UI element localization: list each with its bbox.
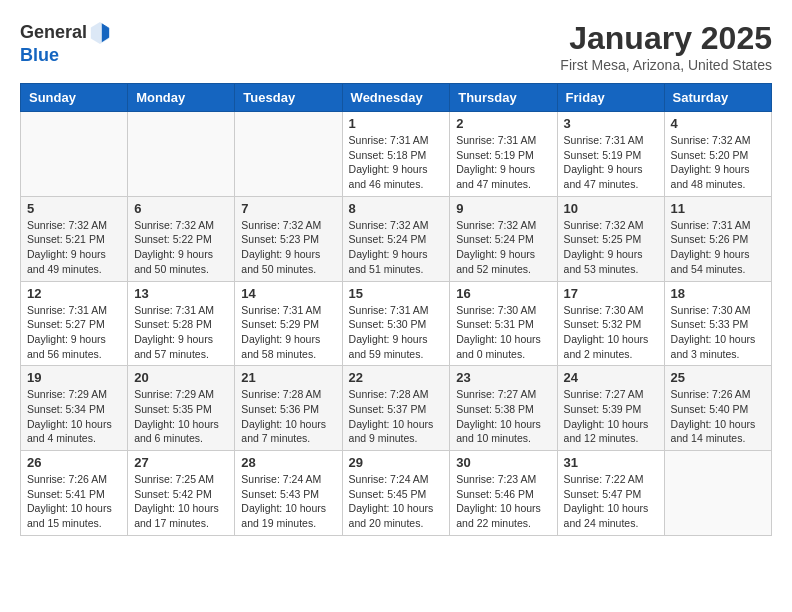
day-info: Sunrise: 7:31 AM Sunset: 5:29 PM Dayligh… [241, 303, 335, 362]
weekday-header-thursday: Thursday [450, 84, 557, 112]
calendar-day-cell: 23Sunrise: 7:27 AM Sunset: 5:38 PM Dayli… [450, 366, 557, 451]
calendar-day-cell: 22Sunrise: 7:28 AM Sunset: 5:37 PM Dayli… [342, 366, 450, 451]
weekday-header-row: SundayMondayTuesdayWednesdayThursdayFrid… [21, 84, 772, 112]
calendar-week-row: 5Sunrise: 7:32 AM Sunset: 5:21 PM Daylig… [21, 196, 772, 281]
calendar-week-row: 19Sunrise: 7:29 AM Sunset: 5:34 PM Dayli… [21, 366, 772, 451]
calendar-week-row: 12Sunrise: 7:31 AM Sunset: 5:27 PM Dayli… [21, 281, 772, 366]
day-info: Sunrise: 7:32 AM Sunset: 5:21 PM Dayligh… [27, 218, 121, 277]
calendar-day-cell: 27Sunrise: 7:25 AM Sunset: 5:42 PM Dayli… [128, 451, 235, 536]
calendar-day-cell: 15Sunrise: 7:31 AM Sunset: 5:30 PM Dayli… [342, 281, 450, 366]
day-info: Sunrise: 7:28 AM Sunset: 5:37 PM Dayligh… [349, 387, 444, 446]
day-number: 12 [27, 286, 121, 301]
day-info: Sunrise: 7:30 AM Sunset: 5:31 PM Dayligh… [456, 303, 550, 362]
day-number: 16 [456, 286, 550, 301]
day-number: 5 [27, 201, 121, 216]
calendar-day-cell: 5Sunrise: 7:32 AM Sunset: 5:21 PM Daylig… [21, 196, 128, 281]
day-info: Sunrise: 7:31 AM Sunset: 5:18 PM Dayligh… [349, 133, 444, 192]
weekday-header-friday: Friday [557, 84, 664, 112]
day-info: Sunrise: 7:31 AM Sunset: 5:26 PM Dayligh… [671, 218, 765, 277]
title-area: January 2025 First Mesa, Arizona, United… [560, 20, 772, 73]
weekday-header-tuesday: Tuesday [235, 84, 342, 112]
day-number: 15 [349, 286, 444, 301]
calendar-table: SundayMondayTuesdayWednesdayThursdayFrid… [20, 83, 772, 536]
calendar-day-cell: 9Sunrise: 7:32 AM Sunset: 5:24 PM Daylig… [450, 196, 557, 281]
calendar-day-cell: 1Sunrise: 7:31 AM Sunset: 5:18 PM Daylig… [342, 112, 450, 197]
day-info: Sunrise: 7:32 AM Sunset: 5:22 PM Dayligh… [134, 218, 228, 277]
day-number: 28 [241, 455, 335, 470]
day-info: Sunrise: 7:27 AM Sunset: 5:39 PM Dayligh… [564, 387, 658, 446]
calendar-day-cell: 21Sunrise: 7:28 AM Sunset: 5:36 PM Dayli… [235, 366, 342, 451]
calendar-day-cell: 26Sunrise: 7:26 AM Sunset: 5:41 PM Dayli… [21, 451, 128, 536]
calendar-day-cell: 8Sunrise: 7:32 AM Sunset: 5:24 PM Daylig… [342, 196, 450, 281]
calendar-day-cell: 6Sunrise: 7:32 AM Sunset: 5:22 PM Daylig… [128, 196, 235, 281]
day-number: 10 [564, 201, 658, 216]
calendar-day-cell: 19Sunrise: 7:29 AM Sunset: 5:34 PM Dayli… [21, 366, 128, 451]
calendar-week-row: 1Sunrise: 7:31 AM Sunset: 5:18 PM Daylig… [21, 112, 772, 197]
calendar-day-cell: 24Sunrise: 7:27 AM Sunset: 5:39 PM Dayli… [557, 366, 664, 451]
day-number: 11 [671, 201, 765, 216]
weekday-header-sunday: Sunday [21, 84, 128, 112]
calendar-day-cell: 16Sunrise: 7:30 AM Sunset: 5:31 PM Dayli… [450, 281, 557, 366]
day-info: Sunrise: 7:29 AM Sunset: 5:35 PM Dayligh… [134, 387, 228, 446]
calendar-day-cell: 31Sunrise: 7:22 AM Sunset: 5:47 PM Dayli… [557, 451, 664, 536]
day-info: Sunrise: 7:31 AM Sunset: 5:19 PM Dayligh… [456, 133, 550, 192]
calendar-day-cell: 7Sunrise: 7:32 AM Sunset: 5:23 PM Daylig… [235, 196, 342, 281]
subtitle: First Mesa, Arizona, United States [560, 57, 772, 73]
calendar-day-cell: 28Sunrise: 7:24 AM Sunset: 5:43 PM Dayli… [235, 451, 342, 536]
day-number: 25 [671, 370, 765, 385]
calendar-day-cell: 4Sunrise: 7:32 AM Sunset: 5:20 PM Daylig… [664, 112, 771, 197]
day-info: Sunrise: 7:24 AM Sunset: 5:45 PM Dayligh… [349, 472, 444, 531]
day-info: Sunrise: 7:25 AM Sunset: 5:42 PM Dayligh… [134, 472, 228, 531]
calendar-day-cell [235, 112, 342, 197]
day-info: Sunrise: 7:29 AM Sunset: 5:34 PM Dayligh… [27, 387, 121, 446]
calendar-day-cell [128, 112, 235, 197]
calendar-day-cell: 12Sunrise: 7:31 AM Sunset: 5:27 PM Dayli… [21, 281, 128, 366]
calendar-day-cell: 11Sunrise: 7:31 AM Sunset: 5:26 PM Dayli… [664, 196, 771, 281]
page-header: General Blue January 2025 First Mesa, Ar… [20, 20, 772, 73]
calendar-day-cell [21, 112, 128, 197]
day-info: Sunrise: 7:32 AM Sunset: 5:20 PM Dayligh… [671, 133, 765, 192]
day-info: Sunrise: 7:26 AM Sunset: 5:41 PM Dayligh… [27, 472, 121, 531]
day-info: Sunrise: 7:28 AM Sunset: 5:36 PM Dayligh… [241, 387, 335, 446]
day-number: 24 [564, 370, 658, 385]
calendar-day-cell: 30Sunrise: 7:23 AM Sunset: 5:46 PM Dayli… [450, 451, 557, 536]
calendar-day-cell: 10Sunrise: 7:32 AM Sunset: 5:25 PM Dayli… [557, 196, 664, 281]
weekday-header-saturday: Saturday [664, 84, 771, 112]
calendar-day-cell: 17Sunrise: 7:30 AM Sunset: 5:32 PM Dayli… [557, 281, 664, 366]
day-number: 29 [349, 455, 444, 470]
day-info: Sunrise: 7:31 AM Sunset: 5:19 PM Dayligh… [564, 133, 658, 192]
day-number: 3 [564, 116, 658, 131]
calendar-day-cell: 3Sunrise: 7:31 AM Sunset: 5:19 PM Daylig… [557, 112, 664, 197]
calendar-day-cell: 20Sunrise: 7:29 AM Sunset: 5:35 PM Dayli… [128, 366, 235, 451]
day-number: 17 [564, 286, 658, 301]
day-info: Sunrise: 7:31 AM Sunset: 5:28 PM Dayligh… [134, 303, 228, 362]
day-number: 22 [349, 370, 444, 385]
day-number: 20 [134, 370, 228, 385]
day-number: 8 [349, 201, 444, 216]
day-number: 23 [456, 370, 550, 385]
day-info: Sunrise: 7:30 AM Sunset: 5:33 PM Dayligh… [671, 303, 765, 362]
day-info: Sunrise: 7:31 AM Sunset: 5:30 PM Dayligh… [349, 303, 444, 362]
day-info: Sunrise: 7:27 AM Sunset: 5:38 PM Dayligh… [456, 387, 550, 446]
day-number: 1 [349, 116, 444, 131]
calendar-week-row: 26Sunrise: 7:26 AM Sunset: 5:41 PM Dayli… [21, 451, 772, 536]
day-number: 13 [134, 286, 228, 301]
day-number: 30 [456, 455, 550, 470]
day-number: 2 [456, 116, 550, 131]
day-number: 18 [671, 286, 765, 301]
day-number: 6 [134, 201, 228, 216]
weekday-header-wednesday: Wednesday [342, 84, 450, 112]
calendar-day-cell: 29Sunrise: 7:24 AM Sunset: 5:45 PM Dayli… [342, 451, 450, 536]
day-number: 14 [241, 286, 335, 301]
day-info: Sunrise: 7:26 AM Sunset: 5:40 PM Dayligh… [671, 387, 765, 446]
day-info: Sunrise: 7:32 AM Sunset: 5:25 PM Dayligh… [564, 218, 658, 277]
day-number: 7 [241, 201, 335, 216]
day-number: 21 [241, 370, 335, 385]
calendar-day-cell: 2Sunrise: 7:31 AM Sunset: 5:19 PM Daylig… [450, 112, 557, 197]
day-number: 31 [564, 455, 658, 470]
day-info: Sunrise: 7:32 AM Sunset: 5:23 PM Dayligh… [241, 218, 335, 277]
logo-blue: Blue [20, 45, 59, 65]
calendar-day-cell [664, 451, 771, 536]
day-number: 4 [671, 116, 765, 131]
day-info: Sunrise: 7:32 AM Sunset: 5:24 PM Dayligh… [349, 218, 444, 277]
